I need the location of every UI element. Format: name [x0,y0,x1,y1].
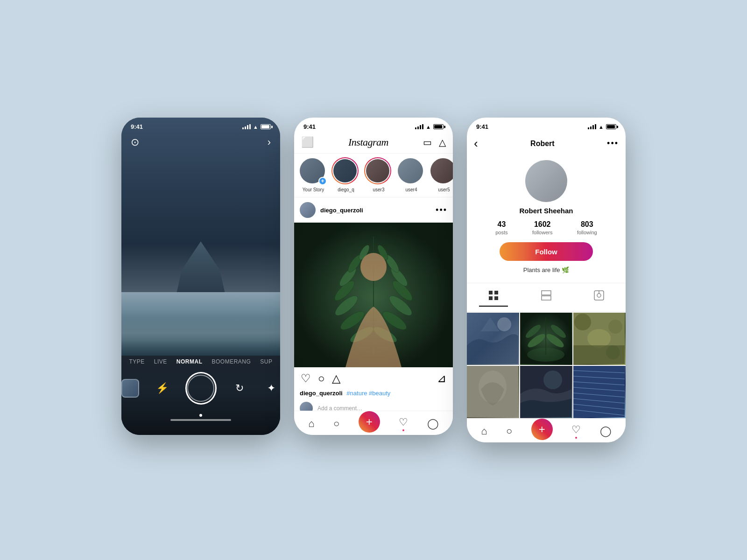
flash-icon[interactable]: ⚡ [153,379,171,398]
mode-indicator-dot [199,414,202,417]
mode-live[interactable]: LIVE [154,358,167,365]
effects-icon[interactable]: ✦ [262,379,280,398]
grid-item-4[interactable] [467,366,519,418]
profile-heart-icon[interactable]: ♡ [571,424,581,435]
profile-add-button[interactable]: + [531,419,553,440]
flip-icon[interactable]: ↻ [231,379,248,398]
mode-normal[interactable]: NORMAL [176,358,203,365]
story-label-4: user4 [405,187,417,192]
story-item-3[interactable]: user3 [365,158,392,192]
grid-item-1[interactable] [467,313,519,365]
followers-label: followers [532,230,552,235]
svg-rect-17 [489,291,493,294]
dm-icon[interactable]: △ [439,137,446,148]
tab-grid[interactable] [479,288,508,307]
feed-home-icon[interactable]: ⌂ [308,418,314,430]
feed-search-icon[interactable]: ○ [333,418,339,430]
profile-avatar-large [525,160,567,202]
tab-list[interactable] [532,288,561,307]
profile-search-icon[interactable]: ○ [506,425,512,437]
follow-button[interactable]: Follow [500,242,593,261]
story-img-3 [366,159,389,182]
settings-icon[interactable]: ⊙ [131,136,139,148]
grid-item-5[interactable] [520,366,572,418]
stat-following: 803 following [577,220,597,235]
profile-more-button[interactable]: ••• [607,139,619,148]
followers-count: 1602 [534,220,551,229]
profile-nav-profile-icon[interactable]: ◯ [600,425,612,437]
svg-point-39 [587,329,611,348]
feed-heart-icon[interactable]: ♡ [399,416,408,428]
story-label-your: Your Story [303,187,324,192]
following-count: 803 [581,220,593,229]
story-img-5 [430,158,453,183]
story-img-4 [398,158,423,183]
svg-rect-19 [489,296,493,300]
shutter-button[interactable] [185,372,217,405]
profile-signal-icon [588,124,596,129]
camera-thumbnail[interactable] [121,379,139,398]
camera-status-bar: 9:41 ▲ [121,118,280,134]
profile-home-icon[interactable]: ⌂ [481,425,487,437]
profile-header: ‹ Robert ••• [467,134,626,155]
feed-time: 9:41 [303,123,316,130]
camera-time: 9:41 [131,123,143,130]
camera-top-controls: ⊙ › [121,134,280,153]
feed-battery-icon [433,124,444,129]
post-actions: ♡ ○ △ ⊿ [294,367,453,390]
feed-header: ⬜ Instagram ▭ △ [294,134,453,154]
feed-nav: ⌂ ○ + ♡ ◯ [294,411,453,435]
profile-heart-dot [575,437,577,439]
post-image [294,223,453,367]
back-button[interactable]: ‹ [474,136,478,151]
like-button[interactable]: ♡ [301,372,311,385]
svg-point-37 [574,314,591,330]
comment-button[interactable]: ○ [318,372,325,385]
post-caption: diego_querzoli #nature #beauty [294,390,453,399]
story-item-4[interactable]: user4 [398,158,425,192]
grid-item-3[interactable] [573,313,626,365]
feed-add-button[interactable]: + [359,411,380,433]
phones-container: 9:41 ▲ ⊙ › TYPE LIVE NORMAL BOOMERANG SU… [121,118,626,442]
profile-grid [467,313,626,418]
svg-rect-58 [573,366,625,417]
story-avatar-4 [398,158,425,185]
mode-boomerang[interactable]: BOOMERANG [212,358,251,365]
feed-heart-container: ♡ [399,416,408,431]
svg-point-16 [360,253,387,281]
story-item-your[interactable]: + Your Story [300,158,327,192]
profile-tabs [467,283,626,312]
caption-hashtags[interactable]: #nature #beauty [346,390,390,397]
mode-sup[interactable]: SUP [260,358,272,365]
post-more-button[interactable]: ••• [436,205,447,215]
stories-row: + Your Story diego_q user3 [294,154,453,197]
save-button[interactable]: ⊿ [437,372,446,385]
story-add-btn[interactable]: + [318,177,327,185]
svg-rect-18 [494,291,498,294]
stat-posts: 43 posts [495,220,507,235]
grid-item-2[interactable] [520,313,572,365]
battery-icon [261,124,271,129]
instagram-camera-icon[interactable]: ⬜ [301,136,314,148]
post-actions-left: ♡ ○ △ [301,372,340,385]
mode-type[interactable]: TYPE [129,358,144,365]
svg-point-42 [606,345,620,359]
grid-item-6[interactable] [573,366,626,418]
forward-icon[interactable]: › [268,136,271,148]
phone-camera: 9:41 ▲ ⊙ › TYPE LIVE NORMAL BOOMERANG SU… [121,118,280,435]
story-item-5[interactable]: user5 [430,158,453,192]
caption-username: diego_querzoli [300,390,343,397]
tab-tagged[interactable] [585,288,613,307]
profile-status-icons: ▲ [588,124,616,130]
feed-profile-icon[interactable]: ◯ [427,418,439,430]
signal-icon [242,124,251,129]
share-button[interactable]: △ [332,372,340,385]
profile-bio: Plants are life 🌿 [523,266,569,273]
feed-status-icons: ▲ [415,124,444,130]
profile-avatar-section: Robert Sheehan 43 posts 1602 followers 8… [467,155,626,283]
post-user: diego_querzoli [300,202,363,218]
igtv-icon[interactable]: ▭ [423,137,432,148]
wifi-icon: ▲ [253,124,258,130]
story-img-2 [333,159,357,182]
story-item-2[interactable]: diego_q [332,158,359,192]
